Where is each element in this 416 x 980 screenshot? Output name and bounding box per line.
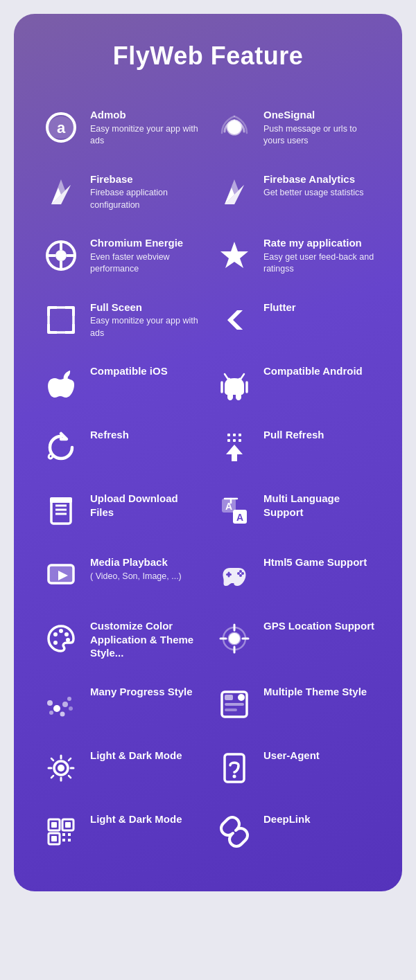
- svg-point-68: [69, 706, 73, 711]
- svg-line-83: [51, 776, 53, 778]
- svg-line-81: [69, 776, 71, 778]
- svg-point-48: [241, 572, 244, 575]
- lightdark-icon: [42, 749, 80, 787]
- feature-item-refresh: Refresh: [35, 416, 208, 479]
- upload-icon: [42, 492, 80, 531]
- svg-point-65: [49, 711, 53, 715]
- feature-item-onesignal: OneSignal Push message or urls to yours …: [208, 96, 381, 160]
- gps-icon: [215, 619, 254, 658]
- svg-point-53: [64, 632, 69, 636]
- feature-title: Firebase: [90, 172, 201, 186]
- firebase-icon: [215, 172, 254, 211]
- feature-item-firebase-analytics: Firebase Analytics Get better usage stat…: [208, 160, 381, 224]
- feature-title: Media Playback: [90, 555, 182, 569]
- feature-item-fullscreen: Full Sceen Easy monitize your app with a…: [35, 288, 208, 353]
- svg-rect-71: [225, 695, 233, 700]
- feature-text: Many Progress Style: [90, 685, 193, 699]
- feature-item-lightdark2: Light & Dark Mode: [35, 800, 208, 864]
- feature-item-customize: Customize Color Application & Theme Styl…: [35, 607, 208, 672]
- svg-rect-28: [233, 439, 236, 442]
- useragent-icon: [215, 749, 254, 787]
- feature-text: Firebase Analytics Get better usage stat…: [263, 172, 364, 199]
- svg-rect-72: [225, 703, 244, 706]
- svg-point-64: [47, 700, 53, 706]
- feature-title: DeepLink: [263, 812, 311, 826]
- apple-icon: [42, 364, 80, 403]
- feature-item-lightdark: Light & Dark Mode: [35, 736, 208, 800]
- feature-text: Light & Dark Mode: [90, 812, 182, 826]
- feature-desc: Easy monitize your app with ads: [90, 315, 201, 339]
- svg-marker-16: [220, 242, 248, 268]
- svg-rect-93: [62, 833, 65, 836]
- svg-rect-24: [227, 434, 230, 436]
- svg-rect-26: [239, 434, 241, 436]
- feature-text: Multiple Theme Style: [263, 685, 367, 699]
- svg-point-51: [53, 632, 58, 636]
- feature-text: Multi Language Support: [263, 492, 374, 519]
- gamepad-icon: [215, 555, 254, 594]
- svg-line-80: [51, 758, 53, 760]
- feature-text: Media Playback ( Video, Son, Image, ...): [90, 555, 182, 582]
- feature-title: GPS Location Support: [263, 619, 374, 633]
- feature-item-rate: Rate my application Easy get user feed-b…: [208, 224, 381, 288]
- svg-point-67: [62, 702, 68, 707]
- feature-text: Admob Easy monitize your app with ads: [90, 108, 201, 148]
- refresh-icon: [42, 428, 80, 467]
- feature-item-gps: GPS Location Support: [208, 607, 381, 672]
- svg-rect-29: [239, 439, 241, 442]
- feature-text: Rate my application Easy get user feed-b…: [263, 236, 374, 276]
- feature-desc: Easy get user feed-back and ratingss: [263, 251, 374, 276]
- svg-point-86: [233, 774, 236, 778]
- svg-text:a: a: [57, 119, 66, 136]
- progress-icon: [42, 685, 80, 724]
- feature-item-progress: Many Progress Style: [35, 672, 208, 736]
- feature-title: Light & Dark Mode: [90, 812, 182, 826]
- svg-rect-35: [50, 497, 72, 503]
- feature-text: Firebase Firebase application configurat…: [90, 172, 201, 212]
- svg-rect-94: [68, 833, 71, 836]
- svg-point-55: [53, 641, 58, 645]
- feature-title: Refresh: [90, 428, 129, 442]
- feature-item-html5game: Html5 Game Support: [208, 543, 381, 607]
- feature-text: Compatible Android: [263, 364, 363, 378]
- svg-line-82: [69, 758, 71, 760]
- feature-item-useragent: User-Agent: [208, 736, 381, 800]
- feature-item-admob: a Admob Easy monitize your app with ads: [35, 96, 208, 160]
- qrcode-icon: [42, 812, 80, 851]
- features-grid: a Admob Easy monitize your app with ads …: [35, 96, 381, 864]
- feature-title: Upload Download Files: [90, 492, 201, 519]
- feature-text: User-Agent: [263, 749, 320, 763]
- pullrefresh-icon: [215, 428, 254, 467]
- svg-point-66: [60, 711, 65, 716]
- android-icon: [215, 364, 254, 403]
- palette-icon: [42, 619, 80, 658]
- svg-point-74: [238, 694, 245, 701]
- feature-title: Rate my application: [263, 236, 374, 250]
- feature-title: Full Sceen: [90, 301, 201, 314]
- feature-text: Pull Refresh: [263, 428, 324, 442]
- admob-icon: a: [42, 108, 80, 147]
- onesignal-icon: [215, 108, 254, 147]
- feature-desc: Push message or urls to yours users: [263, 123, 374, 148]
- svg-text:A: A: [236, 512, 243, 523]
- fullscreen-icon: [42, 301, 80, 339]
- svg-rect-95: [62, 839, 65, 841]
- feature-title: Compatible Android: [263, 364, 363, 378]
- svg-point-54: [66, 638, 70, 642]
- feature-title: Multi Language Support: [263, 492, 374, 519]
- svg-point-63: [53, 705, 60, 712]
- svg-rect-90: [65, 822, 71, 828]
- svg-point-52: [59, 629, 63, 633]
- feature-text: Refresh: [90, 428, 129, 442]
- feature-text: Flutter: [263, 301, 296, 314]
- feature-item-ios: Compatible iOS: [35, 352, 208, 416]
- feature-desc: Get better usage statistics: [263, 187, 364, 199]
- feature-title: Many Progress Style: [90, 685, 193, 699]
- firebase-icon: [42, 172, 80, 211]
- svg-rect-17: [49, 308, 73, 332]
- feature-desc: Even faster webview performance: [90, 251, 201, 276]
- feature-item-upload: Upload Download Files: [35, 479, 208, 543]
- svg-point-50: [239, 574, 242, 577]
- feature-desc: ( Video, Son, Image, ...): [90, 571, 182, 583]
- feature-desc: Easy monitize your app with ads: [90, 123, 201, 148]
